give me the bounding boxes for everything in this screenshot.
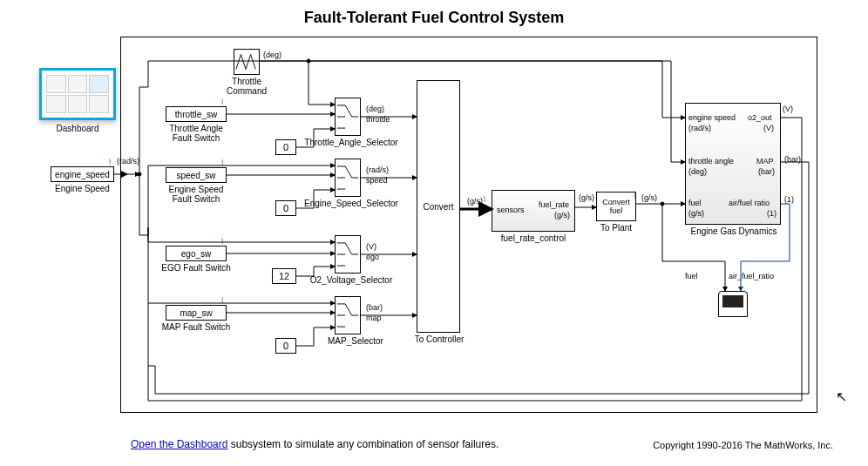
- speed-selector[interactable]: [335, 159, 361, 197]
- map-selector-label: MAP_Selector: [303, 336, 408, 346]
- engine-dynamics-label: Engine Gas Dynamics: [682, 226, 786, 236]
- engine-speed-unit: (rad/s): [117, 157, 139, 165]
- const-ego[interactable]: 12: [272, 268, 296, 284]
- wifi-icon: ⌇: [220, 237, 229, 246]
- to-controller-block[interactable]: Convert: [417, 80, 460, 333]
- page-title: Fault-Tolerant Fuel Control System: [0, 9, 868, 27]
- speed-selector-label: Engine_Speed_Selector: [295, 199, 408, 208]
- throttle-selector[interactable]: [335, 98, 361, 136]
- dashboard-block[interactable]: [39, 68, 116, 120]
- throttle-sw-block[interactable]: throttle_sw: [166, 106, 227, 122]
- speed-sw-block[interactable]: speed_sw: [166, 167, 227, 183]
- wifi-icon: ⌇: [220, 159, 229, 167]
- map-selector[interactable]: [335, 296, 361, 334]
- to-controller-label: To Controller: [408, 334, 471, 344]
- to-plant-label: To Plant: [589, 223, 643, 233]
- throttle-command-block[interactable]: [234, 49, 260, 75]
- footer-text: Open the Dashboard subsystem to simulate…: [131, 438, 498, 450]
- map-sw-block[interactable]: map_sw: [166, 305, 227, 321]
- ego-selector-label: O2_Voltage_Selector: [295, 275, 408, 285]
- const-throttle[interactable]: 0: [275, 139, 296, 155]
- throttle-command-label: ThrottleCommand: [220, 77, 274, 96]
- const-speed[interactable]: 0: [275, 200, 296, 216]
- const-map[interactable]: 0: [275, 338, 296, 354]
- speed-sw-label: Engine SpeedFault Switch: [161, 185, 231, 204]
- map-sw-label: MAP Fault Switch: [157, 322, 235, 332]
- scope-block[interactable]: [718, 291, 748, 317]
- engine-speed-text: engine_speed: [55, 170, 110, 179]
- wifi-icon: ⌇: [108, 158, 117, 166]
- wifi-icon: ⌇: [220, 296, 229, 305]
- engine-speed-block[interactable]: engine_speed: [51, 166, 114, 182]
- engine-speed-label: Engine Speed: [51, 184, 114, 193]
- svg-line-3: [345, 105, 351, 117]
- ego-sw-block[interactable]: ego_sw: [166, 246, 227, 261]
- scope-in2-label: air_fuel_ratio: [729, 272, 774, 280]
- open-dashboard-link[interactable]: Open the Dashboard: [131, 438, 227, 450]
- ego-selector[interactable]: [335, 235, 361, 274]
- throttle-sw-label: Throttle AngleFault Switch: [161, 124, 231, 143]
- svg-line-18: [345, 304, 351, 315]
- throttle-selector-label: Throttle_Angle_Selector: [295, 138, 408, 147]
- fuel-rate-label: fuel_rate_control: [488, 233, 579, 243]
- to-plant-block[interactable]: Convert fuel: [596, 192, 636, 221]
- svg-line-8: [345, 166, 351, 178]
- svg-line-13: [345, 243, 351, 254]
- cursor-icon: ↖: [836, 388, 847, 405]
- footer-copyright: Copyright 1990-2016 The MathWorks, Inc.: [653, 440, 833, 450]
- wifi-icon: ⌇: [483, 195, 492, 204]
- dashboard-label: Dashboard: [39, 124, 116, 133]
- wifi-icon: ⌇: [220, 98, 229, 106]
- wifi-icon: ⌇: [633, 192, 641, 200]
- scope-in1-label: fuel: [685, 272, 698, 280]
- ego-sw-label: EGO Fault Switch: [157, 263, 235, 273]
- throttle-command-unit: (deg): [263, 51, 281, 59]
